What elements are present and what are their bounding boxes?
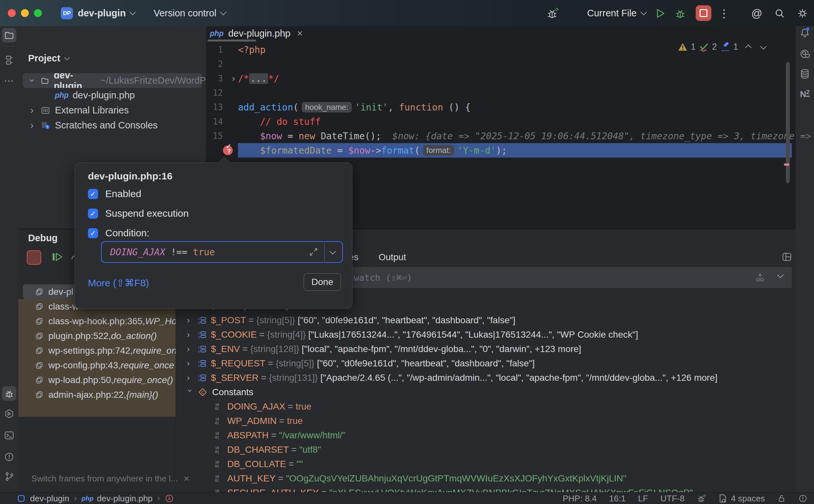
chevron-collapsed-icon[interactable]: › bbox=[187, 330, 193, 340]
breadcrumb-project[interactable]: dev-plugin bbox=[30, 494, 69, 504]
conditional-breakpoint-icon[interactable]: ✓? bbox=[223, 145, 233, 155]
layout-settings-icon[interactable] bbox=[781, 251, 792, 262]
settings-gear-icon[interactable] bbox=[796, 7, 809, 20]
variable-row[interactable]: ›12$_SERVER = {string[131]} ["Apache/2.4… bbox=[176, 371, 792, 385]
close-tab-icon[interactable]: × bbox=[297, 28, 303, 39]
more-actions-button[interactable]: ⋮ bbox=[718, 7, 730, 20]
tree-item-scratches[interactable]: › Scratches and Consoles bbox=[18, 118, 206, 133]
variable-row[interactable]: ›12$_COOKIE = {string[4]} ["Lukas|176513… bbox=[176, 328, 792, 342]
condition-input[interactable]: DOING_AJAX !== true bbox=[101, 241, 343, 263]
constant-row[interactable]: 1001AUTH_KEY = "OOgZuQsVYelZUBAhnjuXqVcr… bbox=[176, 471, 792, 486]
run-button[interactable] bbox=[654, 7, 666, 20]
run-config-selector[interactable]: Current File bbox=[587, 0, 646, 26]
suspend-checkbox-row[interactable]: ✓ Suspend execution bbox=[88, 208, 189, 219]
gutter[interactable]: 1 bbox=[206, 42, 238, 57]
ai-assistant-icon[interactable]: @ bbox=[751, 7, 763, 20]
chevron-collapsed-icon[interactable]: › bbox=[30, 120, 34, 131]
variable-row[interactable]: ›12$_REQUEST = {string[5]} ["60", "d0fe9… bbox=[176, 356, 792, 371]
editor-scrollbar[interactable] bbox=[786, 62, 790, 212]
tool-structure-button[interactable] bbox=[3, 54, 15, 66]
constant-row[interactable]: 1001DB_COLLATE = "" bbox=[176, 457, 792, 471]
chevron-collapsed-icon[interactable]: › bbox=[30, 105, 34, 116]
stop-process-button[interactable] bbox=[27, 250, 41, 265]
editor-tab[interactable]: php dev-plugin.php × bbox=[210, 26, 303, 41]
tool-more-button[interactable]: ⋯ bbox=[3, 75, 15, 86]
stop-button[interactable] bbox=[696, 5, 711, 21]
resume-button[interactable] bbox=[50, 250, 63, 263]
checkbox-checked-icon[interactable]: ✓ bbox=[88, 228, 98, 238]
chevron-collapsed-icon[interactable]: › bbox=[187, 315, 193, 325]
breadcrumb-file[interactable]: dev-plugin.php bbox=[97, 494, 153, 504]
tool-project-button[interactable] bbox=[2, 28, 16, 42]
fold-icon[interactable]: › bbox=[232, 73, 235, 84]
gutter[interactable]: 14 bbox=[206, 114, 238, 129]
php-version[interactable]: PHP: 8.4 bbox=[563, 494, 597, 504]
debug-tab-label[interactable]: Debug bbox=[28, 233, 58, 244]
frame-row[interactable]: wp-config.php:43, require_once bbox=[18, 358, 176, 373]
maximize-window-button[interactable] bbox=[34, 9, 42, 17]
code-line[interactable]: 12 bbox=[206, 86, 792, 100]
enabled-checkbox-row[interactable]: ✓ Enabled bbox=[88, 188, 141, 199]
chevron-expanded-icon[interactable]: › bbox=[26, 79, 38, 83]
tree-item-file[interactable]: php dev-plugin.php bbox=[18, 88, 206, 103]
code-line[interactable]: 3›/*...*/ bbox=[206, 71, 792, 86]
notifications-bell-icon[interactable] bbox=[799, 27, 811, 39]
add-watch-icon[interactable] bbox=[755, 272, 766, 283]
tool-git-button[interactable] bbox=[3, 471, 15, 482]
tool-debug-button[interactable] bbox=[2, 386, 16, 401]
line-ending[interactable]: LF bbox=[638, 494, 648, 504]
more-link[interactable]: More (⇧⌘F8) bbox=[88, 277, 149, 289]
chevron-down-icon[interactable] bbox=[777, 272, 784, 278]
tool-services-button[interactable] bbox=[3, 408, 15, 420]
chevron-collapsed-icon[interactable]: › bbox=[187, 344, 193, 354]
code-line[interactable]: ✓? $formatedDate = $now->format(format:'… bbox=[206, 143, 792, 158]
close-window-button[interactable] bbox=[8, 9, 16, 17]
code-line[interactable]: 14 // do stuff bbox=[206, 114, 792, 129]
constant-row[interactable]: 1001ABSPATH = "/var/www/html/" bbox=[176, 428, 792, 443]
minimize-window-button[interactable] bbox=[21, 9, 29, 17]
variable-row[interactable]: ›12$_ENV = {string[128]} ["local", "apac… bbox=[176, 342, 792, 356]
tree-item-root[interactable]: › dev-plugin ~/LukasFritzeDev/WordP bbox=[18, 73, 206, 88]
history-chevron-icon[interactable] bbox=[330, 248, 336, 255]
gutter[interactable]: 12 bbox=[206, 86, 238, 100]
debug-listener-icon[interactable] bbox=[547, 7, 559, 20]
code-line[interactable]: 1<?php bbox=[206, 42, 792, 57]
code-line[interactable]: 13add_action(hook_name:'init', function … bbox=[206, 100, 792, 114]
checkbox-checked-icon[interactable]: ✓ bbox=[88, 209, 98, 219]
constant-row[interactable]: 1001WP_ADMIN = true bbox=[176, 414, 792, 428]
encoding[interactable]: UTF-8 bbox=[660, 494, 685, 504]
debug-listener-icon[interactable] bbox=[697, 494, 706, 503]
constant-row[interactable]: 1001DB_CHARSET = "utf8" bbox=[176, 443, 792, 457]
constant-row[interactable]: 1001DOING_AJAX = true bbox=[176, 399, 792, 414]
gutter[interactable]: ✓? bbox=[206, 143, 238, 158]
done-button[interactable]: Done bbox=[304, 273, 341, 291]
caret-position[interactable]: 16:1 bbox=[609, 494, 626, 504]
notebooks-icon[interactable]: N2 bbox=[799, 88, 811, 100]
search-icon[interactable] bbox=[773, 7, 786, 20]
gutter[interactable]: 15 bbox=[206, 129, 238, 143]
ai-chat-icon[interactable] bbox=[799, 48, 811, 59]
frame-row[interactable]: wp-load.php:50, require_once() bbox=[18, 373, 176, 387]
condition-checkbox-row[interactable]: ✓ Condition: bbox=[88, 227, 149, 239]
chevron-collapsed-icon[interactable]: › bbox=[187, 359, 193, 368]
gutter[interactable]: 3› bbox=[206, 71, 238, 86]
checkbox-checked-icon[interactable]: ✓ bbox=[88, 189, 98, 199]
code-line[interactable]: 2 bbox=[206, 57, 792, 71]
constants-group-row[interactable]: ›CConstants bbox=[176, 385, 792, 399]
close-hint-icon[interactable]: × bbox=[184, 473, 190, 484]
frame-row[interactable]: admin-ajax.php:22, {main}() bbox=[18, 387, 176, 402]
gutter[interactable]: 13 bbox=[206, 100, 238, 114]
variable-row[interactable]: ›12$_POST = {string[5]} ["60", "d0fe9e16… bbox=[176, 313, 792, 328]
frame-row[interactable]: plugin.php:522, do_action() bbox=[18, 328, 176, 343]
gutter[interactable]: 2 bbox=[206, 57, 238, 71]
tab-output[interactable]: Output bbox=[379, 252, 406, 262]
chevron-collapsed-icon[interactable]: › bbox=[187, 373, 193, 383]
expand-editor-icon[interactable] bbox=[309, 247, 318, 257]
tree-item-external-libraries[interactable]: › External Libraries bbox=[18, 103, 206, 118]
frame-row[interactable]: class-wp-hook.php:365, WP_Ho bbox=[18, 314, 176, 328]
frame-row[interactable]: wp-settings.php:742, require_on bbox=[18, 343, 176, 358]
vcs-menu[interactable]: Version control bbox=[154, 0, 226, 26]
chevron-expanded-icon[interactable]: › bbox=[185, 389, 195, 395]
error-circle-icon[interactable] bbox=[798, 494, 807, 503]
project-menu[interactable]: dev-plugin bbox=[78, 0, 135, 26]
